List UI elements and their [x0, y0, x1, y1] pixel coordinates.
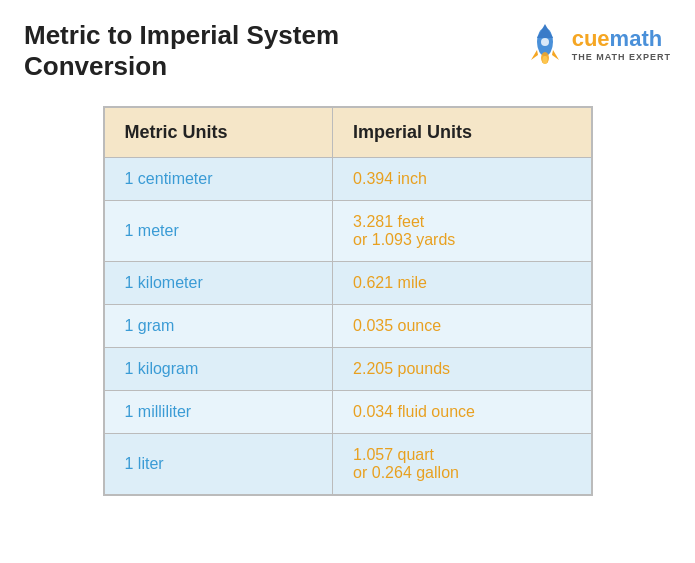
svg-marker-1 [537, 24, 553, 38]
svg-point-6 [542, 56, 547, 64]
table-row: 1 meter3.281 feetor 1.093 yards [104, 201, 592, 262]
logo-text: cuemath [572, 26, 671, 52]
metric-cell: 1 meter [104, 201, 333, 262]
col-imperial-header: Imperial Units [333, 107, 592, 158]
rocket-icon [524, 20, 566, 68]
metric-cell: 1 kilometer [104, 262, 333, 305]
page-title: Metric to Imperial System Conversion [24, 20, 339, 82]
page-header: Metric to Imperial System Conversion [24, 20, 671, 82]
imperial-cell: 0.034 fluid ounce [333, 391, 592, 434]
imperial-cell: 0.394 inch [333, 158, 592, 201]
table-row: 1 kilogram2.205 pounds [104, 348, 592, 391]
table-row: 1 centimeter0.394 inch [104, 158, 592, 201]
table-row: 1 milliliter0.034 fluid ounce [104, 391, 592, 434]
imperial-cell: 1.057 quartor 0.264 gallon [333, 434, 592, 496]
logo: cuemath THE MATH EXPERT [524, 20, 671, 68]
imperial-cell: 2.205 pounds [333, 348, 592, 391]
metric-cell: 1 gram [104, 305, 333, 348]
table-wrapper: Metric Units Imperial Units 1 centimeter… [24, 106, 671, 496]
table-row: 1 liter1.057 quartor 0.264 gallon [104, 434, 592, 496]
imperial-cell: 0.621 mile [333, 262, 592, 305]
metric-cell: 1 centimeter [104, 158, 333, 201]
imperial-cell: 0.035 ounce [333, 305, 592, 348]
metric-cell: 1 kilogram [104, 348, 333, 391]
logo-tagline: THE MATH EXPERT [572, 52, 671, 62]
metric-cell: 1 liter [104, 434, 333, 496]
metric-cell: 1 milliliter [104, 391, 333, 434]
svg-marker-3 [552, 50, 559, 60]
table-row: 1 gram0.035 ounce [104, 305, 592, 348]
conversion-table: Metric Units Imperial Units 1 centimeter… [103, 106, 593, 496]
imperial-cell: 3.281 feetor 1.093 yards [333, 201, 592, 262]
svg-point-4 [541, 38, 549, 46]
table-row: 1 kilometer0.621 mile [104, 262, 592, 305]
col-metric-header: Metric Units [104, 107, 333, 158]
svg-marker-2 [531, 50, 538, 60]
